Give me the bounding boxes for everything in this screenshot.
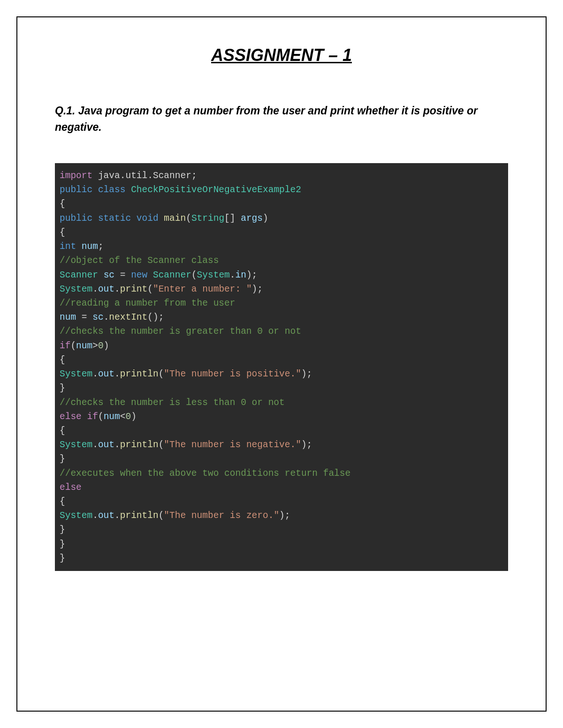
code-block: import java.util.Scanner; public class C…: [55, 163, 508, 571]
assignment-title: ASSIGNMENT – 1: [55, 45, 508, 65]
code-line-16: }: [60, 383, 65, 393]
code-line-18: else if(num<0): [60, 412, 137, 422]
code-line-11: num = sc.nextInt();: [60, 312, 164, 323]
page-border: ASSIGNMENT – 1 Q.1. Java program to get …: [16, 16, 547, 712]
code-line-23: else: [60, 482, 82, 493]
code-line-24: {: [60, 496, 65, 507]
code-line-10: //reading a number from the user: [60, 298, 235, 308]
code-line-26: }: [60, 525, 65, 535]
code-line-7: //object of the Scanner class: [60, 255, 219, 266]
code-line-9: System.out.print("Enter a number: ");: [60, 284, 263, 294]
code-line-4: public static void main(String[] args): [60, 213, 268, 224]
code-line-27: }: [60, 539, 65, 549]
code-line-21: }: [60, 454, 65, 464]
code-line-28: }: [60, 553, 65, 563]
code-line-15: System.out.println("The number is positi…: [60, 369, 312, 379]
code-line-13: if(num>0): [60, 341, 109, 351]
code-line-17: //checks the number is less than 0 or no…: [60, 398, 285, 408]
code-line-1: import java.util.Scanner;: [60, 171, 197, 181]
code-line-20: System.out.println("The number is negati…: [60, 440, 312, 450]
code-line-12: //checks the number is greater than 0 or…: [60, 326, 301, 337]
code-line-3: {: [60, 199, 65, 209]
code-line-6: int num;: [60, 241, 104, 252]
code-line-2: public class CheckPositiveOrNegativeExam…: [60, 185, 301, 195]
question-text: Q.1. Java program to get a number from t…: [55, 103, 508, 135]
code-line-14: {: [60, 355, 65, 365]
code-line-19: {: [60, 426, 65, 436]
code-line-8: Scanner sc = new Scanner(System.in);: [60, 270, 257, 280]
code-line-25: System.out.println("The number is zero."…: [60, 510, 290, 521]
code-line-22: //executes when the above two conditions…: [60, 468, 350, 479]
document-page: ASSIGNMENT – 1 Q.1. Java program to get …: [0, 0, 563, 728]
code-line-5: {: [60, 227, 65, 238]
